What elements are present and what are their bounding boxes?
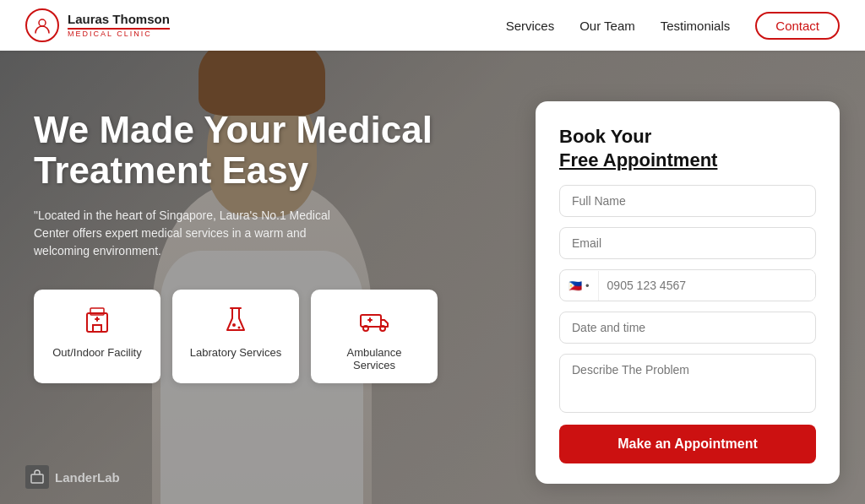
landerlab-icon	[25, 465, 49, 489]
service-card-lab-label: Labratory Services	[190, 346, 281, 359]
service-cards: Out/Indoor Facility Labratory Services	[34, 290, 519, 383]
full-name-input[interactable]	[559, 185, 816, 217]
service-card-outdoor[interactable]: Out/Indoor Facility	[34, 290, 160, 383]
nav-links: Services Our Team Testimonials Contact	[506, 12, 840, 40]
landerlab-text: LanderLab	[55, 470, 120, 485]
svg-point-0	[39, 19, 46, 26]
hero-subtitle: "Located in the heart of Singapore, Laur…	[34, 207, 355, 260]
hospital-icon	[82, 305, 112, 339]
hero-section: We Made Your Medical Treatment Easy "Loc…	[0, 51, 865, 504]
make-appointment-button[interactable]: Make an Appointment	[559, 425, 816, 463]
svg-rect-1	[87, 313, 107, 332]
email-input[interactable]	[559, 227, 816, 259]
service-card-lab[interactable]: Labratory Services	[172, 290, 299, 383]
booking-title: Book Your Free Appointment	[559, 125, 816, 171]
navbar: Lauras Thomson Medical Clinic Services O…	[0, 0, 865, 51]
booking-panel: Book Your Free Appointment 🇵🇭 • Make an …	[536, 101, 840, 484]
landerlab-branding: LanderLab	[25, 465, 120, 489]
nav-our-team[interactable]: Our Team	[579, 19, 635, 33]
service-card-outdoor-label: Out/Indoor Facility	[52, 346, 142, 359]
svg-rect-8	[31, 474, 43, 483]
booking-title-line1: Book Your	[559, 126, 651, 147]
phone-flag: 🇵🇭 •	[560, 271, 599, 301]
logo-text: Lauras Thomson Medical Clinic	[68, 13, 170, 39]
logo-area: Lauras Thomson Medical Clinic	[25, 8, 170, 42]
brand-name: Lauras Thomson	[68, 13, 170, 27]
flag-emoji: 🇵🇭	[569, 279, 582, 292]
svg-point-3	[232, 323, 236, 327]
hero-content: We Made Your Medical Treatment Easy "Loc…	[0, 51, 865, 504]
hero-left: We Made Your Medical Treatment Easy "Loc…	[34, 93, 519, 383]
svg-point-6	[363, 326, 368, 331]
nav-services[interactable]: Services	[506, 19, 555, 33]
service-card-ambulance-label: Ambulance Services	[324, 346, 424, 371]
logo-icon	[25, 8, 59, 42]
hero-title: We Made Your Medical Treatment Easy	[34, 110, 519, 192]
brand-sub: Medical Clinic	[68, 30, 170, 38]
phone-input[interactable]	[599, 270, 815, 301]
ambulance-icon	[359, 305, 389, 339]
booking-title-line2: Free Appointment	[559, 149, 717, 171]
svg-point-7	[380, 326, 385, 331]
datetime-input[interactable]	[559, 312, 816, 344]
problem-textarea[interactable]	[559, 354, 816, 413]
contact-button[interactable]: Contact	[755, 12, 840, 40]
svg-point-4	[238, 326, 241, 328]
lab-icon	[220, 305, 251, 339]
nav-testimonials[interactable]: Testimonials	[661, 19, 731, 33]
phone-row: 🇵🇭 •	[559, 269, 816, 301]
service-card-ambulance[interactable]: Ambulance Services	[311, 290, 438, 383]
phone-dot: •	[585, 279, 590, 292]
